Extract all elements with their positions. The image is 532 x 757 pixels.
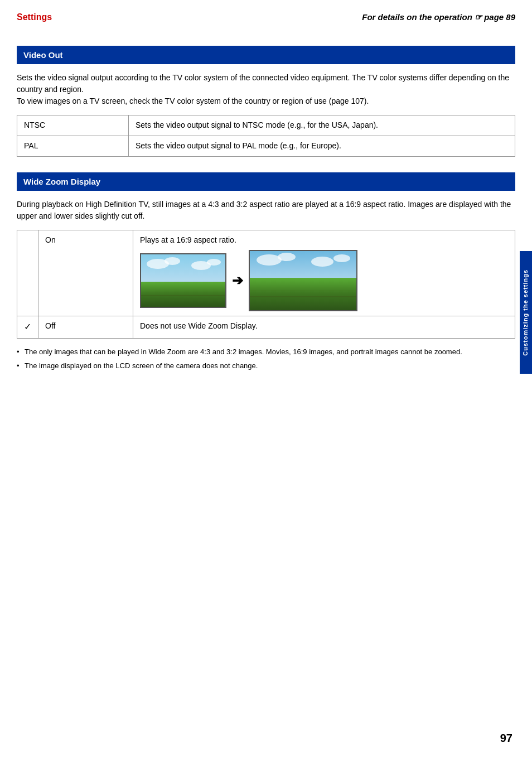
on-label: On — [38, 230, 133, 316]
page-number: 97 — [500, 730, 512, 746]
wide-zoom-section: Wide Zoom Display During playback on Hig… — [17, 172, 515, 372]
checkmark-icon: ✓ — [24, 322, 31, 331]
before-image — [140, 253, 226, 308]
wide-zoom-title: Wide Zoom Display — [17, 172, 515, 191]
off-description: Does not use Wide Zoom Display. — [133, 316, 515, 338]
side-tab: Customizing the settings — [520, 251, 532, 374]
ntsc-label: NTSC — [17, 115, 129, 136]
side-tab-text: Customizing the settings — [521, 269, 530, 356]
note-item: The image displayed on the LCD screen of… — [17, 360, 515, 372]
pal-description: Sets the video output signal to PAL mode… — [129, 136, 515, 156]
video-out-section: Video Out Sets the video signal output a… — [17, 46, 515, 156]
ntsc-description: Sets the video output signal to NTSC mod… — [129, 115, 515, 136]
arrow-icon: ➔ — [232, 271, 243, 290]
table-row: PAL Sets the video output signal to PAL … — [17, 136, 515, 156]
after-image — [249, 250, 357, 311]
page-header: Settings For details on the operation ☞ … — [17, 11, 515, 29]
off-label: Off — [38, 316, 133, 338]
table-row: On Plays at a 16:9 aspect ratio. — [17, 230, 515, 316]
table-row: NTSC Sets the video output signal to NTS… — [17, 115, 515, 136]
wide-zoom-description: During playback on High Definition TV, s… — [17, 199, 515, 222]
video-out-table: NTSC Sets the video output signal to NTS… — [17, 115, 515, 156]
settings-label: Settings — [17, 11, 52, 23]
on-check-cell — [17, 230, 38, 316]
note-item: The only images that can be played in Wi… — [17, 346, 515, 358]
wide-zoom-table: On Plays at a 16:9 aspect ratio. — [17, 230, 515, 339]
page-container: Settings For details on the operation ☞ … — [0, 0, 532, 757]
zoom-demo: ➔ — [140, 250, 508, 311]
notes-section: The only images that can be played in Wi… — [17, 346, 515, 372]
video-out-title: Video Out — [17, 46, 515, 64]
pal-label: PAL — [17, 136, 129, 156]
header-reference: For details on the operation ☞ page 89 — [362, 11, 515, 23]
on-description: Plays at a 16:9 aspect ratio. — [133, 230, 515, 316]
video-out-description: Sets the video signal output according t… — [17, 72, 515, 107]
off-check-cell: ✓ — [17, 316, 38, 338]
table-row: ✓ Off Does not use Wide Zoom Display. — [17, 316, 515, 338]
